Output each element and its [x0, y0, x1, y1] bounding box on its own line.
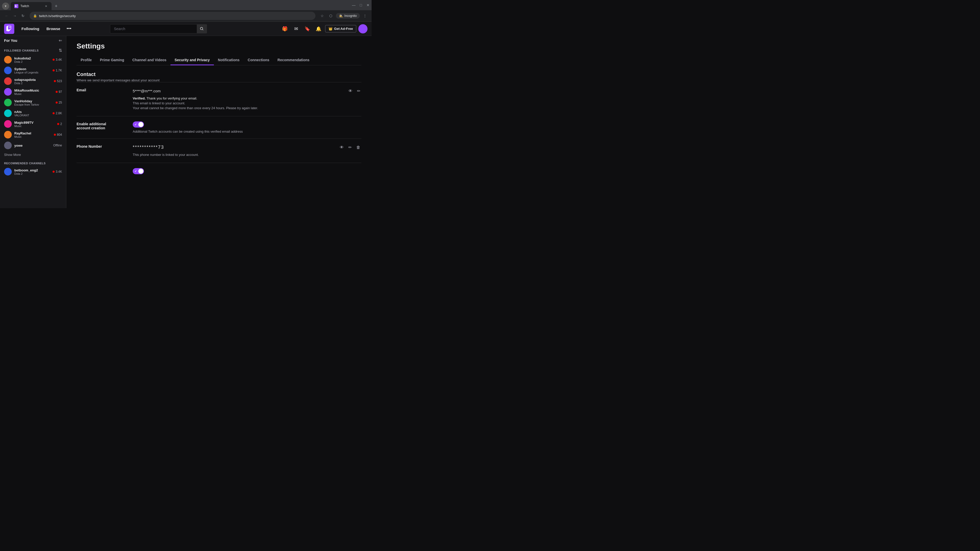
- avatar: [4, 120, 12, 128]
- browser-controls: ← → ↻ 🔒 twitch.tv/settings/security ☆ ⬡ …: [0, 10, 372, 21]
- channel-info: betboom_eng2 Dota 2: [14, 168, 50, 175]
- channel-name: MikaRoseMusic: [14, 89, 53, 92]
- browse-nav-link[interactable]: Browse: [43, 24, 63, 33]
- viewer-count: 3.4K: [56, 170, 62, 173]
- viewer-count: 804: [57, 133, 62, 137]
- channel-name: VanHoliday: [14, 99, 53, 103]
- prime-icon-btn[interactable]: 🎁: [280, 24, 290, 33]
- list-item[interactable]: betboom_eng2 Dota 2 3.4K: [0, 166, 66, 177]
- app-wrapper: Following Browse ••• 🎁 ✉ 🔖 🔔 👑 Get Ad-Fr…: [0, 22, 372, 208]
- address-bar[interactable]: 🔒 twitch.tv/settings/security: [30, 12, 315, 20]
- get-ad-free-label: Get Ad-Free: [334, 27, 353, 30]
- close-btn[interactable]: ✕: [364, 2, 372, 9]
- phone-show-btn[interactable]: 👁: [339, 144, 345, 151]
- incognito-icon: 🕵: [339, 14, 343, 17]
- list-item[interactable]: solapsapdota Dota 2 523: [0, 76, 66, 86]
- phone-delete-btn[interactable]: 🗑: [355, 144, 361, 151]
- email-linked-text: This email is linked to your account.: [133, 101, 361, 105]
- tab-nav-back[interactable]: ▼: [2, 3, 9, 10]
- forward-btn[interactable]: →: [11, 12, 18, 19]
- tab-recommendations[interactable]: Recommendations: [273, 56, 313, 65]
- tab-profile[interactable]: Profile: [76, 56, 96, 65]
- tab-connections[interactable]: Connections: [244, 56, 274, 65]
- search-bar: [110, 24, 207, 33]
- sidebar: For You ⇐ FOLLOWED CHANNELS ⇅ kukudota2 …: [0, 36, 66, 208]
- new-tab-btn[interactable]: +: [52, 3, 60, 10]
- minimize-btn[interactable]: —: [350, 2, 357, 9]
- incognito-btn[interactable]: 🕵 Incognito: [336, 13, 360, 19]
- list-item[interactable]: RayRachel Music 804: [0, 129, 66, 140]
- list-item[interactable]: nAts VALORANT 2.8K: [0, 108, 66, 119]
- twitch-logo[interactable]: [4, 24, 14, 34]
- bookmark-btn[interactable]: ☆: [318, 12, 326, 19]
- extension-btn[interactable]: ⬡: [327, 12, 334, 19]
- channel-name: solapsapdota: [14, 78, 51, 82]
- user-avatar-btn[interactable]: [358, 24, 368, 33]
- live-indicator: [52, 59, 55, 61]
- tab-notifications[interactable]: Notifications: [214, 56, 244, 65]
- main-content: For You ⇐ FOLLOWED CHANNELS ⇅ kukudota2 …: [0, 36, 372, 208]
- maximize-btn[interactable]: □: [357, 2, 364, 9]
- list-item[interactable]: MikaRoseMusic Music 97: [0, 86, 66, 97]
- menu-btn[interactable]: ⋮: [361, 12, 369, 19]
- email-actions: 👁 ✏: [347, 87, 361, 94]
- list-item[interactable]: kukudota2 Dota 2 3.4K: [0, 54, 66, 65]
- reload-btn[interactable]: ↻: [19, 12, 27, 19]
- email-show-btn[interactable]: 👁: [347, 88, 353, 94]
- tab-close-btn[interactable]: ✕: [44, 4, 48, 8]
- settings-tabs: Profile Prime Gaming Channel and Videos …: [76, 56, 361, 65]
- channel-name: yowe: [14, 144, 51, 148]
- sidebar-item-for-you[interactable]: For You ⇐: [0, 36, 66, 45]
- notifications-icon-btn[interactable]: 🔔: [314, 24, 323, 33]
- email-change-limit-text: Your email cannot be changed more than o…: [133, 106, 361, 110]
- inbox-icon-btn[interactable]: ✉: [291, 24, 301, 33]
- additional-accounts-toggle[interactable]: ✓: [133, 121, 144, 127]
- second-toggle[interactable]: ✓: [133, 168, 144, 174]
- tab-prime-gaming[interactable]: Prime Gaming: [96, 56, 128, 65]
- nav-more-btn[interactable]: •••: [64, 24, 73, 33]
- additional-accounts-toggle-row: ✓: [133, 121, 361, 127]
- channel-game: Dota 2: [14, 172, 50, 175]
- tab-security-and-privacy[interactable]: Security and Privacy: [170, 56, 214, 65]
- channel-game: Music: [14, 135, 51, 138]
- channel-game: Dota 2: [14, 60, 50, 63]
- show-more-btn[interactable]: Show More: [0, 151, 66, 159]
- channel-info: RayRachel Music: [14, 131, 51, 138]
- search-input[interactable]: [110, 24, 207, 33]
- recommended-channels-header: RECOMMENDED CHANNELS: [0, 159, 66, 166]
- viewer-count: 2: [60, 122, 62, 126]
- search-submit-btn[interactable]: [197, 24, 207, 33]
- list-item[interactable]: VanHoliday Escape from Tarkov 25: [0, 97, 66, 108]
- email-field: Email 5****@m***.com 👁 ✏ Verified. Thank…: [76, 82, 361, 116]
- channel-game: Music: [14, 124, 55, 127]
- email-edit-btn[interactable]: ✏: [356, 87, 361, 94]
- list-item[interactable]: Magic899TV Music 2: [0, 119, 66, 129]
- list-item[interactable]: Sydeon League of Legends 1.7K: [0, 65, 66, 76]
- avatar: [4, 67, 12, 74]
- tab-channel-and-videos[interactable]: Channel and Videos: [128, 56, 171, 65]
- browser-tabs-row: ▼ Twitch ✕ + — □ ✕: [0, 0, 372, 10]
- back-btn[interactable]: ←: [3, 12, 10, 19]
- browser-tab-twitch[interactable]: Twitch ✕: [11, 2, 52, 10]
- settings-title: Settings: [76, 42, 361, 50]
- phone-edit-btn[interactable]: ✏: [347, 144, 353, 151]
- live-indicator: [57, 123, 59, 125]
- channel-game: Music: [14, 92, 53, 95]
- following-nav-link[interactable]: Following: [18, 24, 42, 33]
- avatar: [4, 88, 12, 96]
- watchlist-icon-btn[interactable]: 🔖: [303, 24, 312, 33]
- channel-viewers: 804: [54, 133, 62, 137]
- followed-channels-list: kukudota2 Dota 2 3.4K Sydeon League of L…: [0, 54, 66, 151]
- contact-section-desc: Where we send important messages about y…: [76, 78, 361, 82]
- followed-channels-sort-btn[interactable]: ⇅: [59, 48, 62, 53]
- channel-name: kukudota2: [14, 56, 50, 60]
- channel-info: kukudota2 Dota 2: [14, 56, 50, 63]
- list-item[interactable]: yowe Offline: [0, 140, 66, 151]
- get-ad-free-btn[interactable]: 👑 Get Ad-Free: [325, 25, 356, 32]
- channel-name: nAts: [14, 110, 50, 114]
- channel-viewers: 3.4K: [52, 58, 62, 62]
- channel-viewers: 2: [57, 122, 62, 126]
- tab-favicon: [14, 4, 18, 8]
- browser-action-buttons: ☆ ⬡ 🕵 Incognito ⋮: [318, 12, 369, 19]
- channel-viewers: 3.4K: [52, 170, 62, 173]
